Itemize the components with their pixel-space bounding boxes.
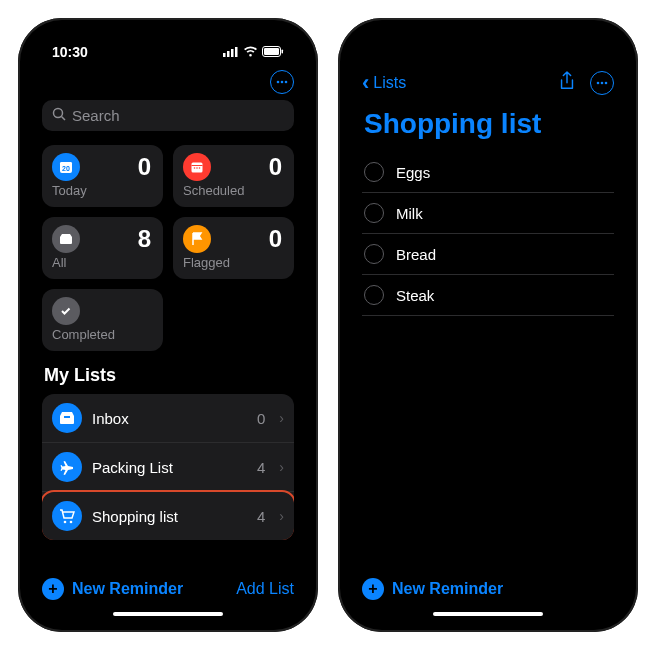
- plus-icon: +: [362, 578, 384, 600]
- more-button[interactable]: [270, 70, 294, 94]
- add-list-button[interactable]: Add List: [236, 580, 294, 598]
- list-item-shopping[interactable]: Shopping list 4 ›: [42, 492, 294, 540]
- svg-rect-3: [235, 47, 238, 57]
- signal-icon: [223, 44, 239, 60]
- list-title: Shopping list: [364, 108, 612, 140]
- card-today[interactable]: 20 0 Today: [42, 145, 163, 207]
- card-all[interactable]: 8 All: [42, 217, 163, 279]
- svg-text:20: 20: [62, 165, 70, 172]
- list-count: 4: [257, 508, 265, 525]
- phone-left: 10:30: [18, 18, 318, 632]
- search-icon: [52, 107, 66, 124]
- plus-icon: +: [42, 578, 64, 600]
- svg-line-11: [62, 117, 66, 121]
- checkmark-icon: [52, 297, 80, 325]
- screen-right: ‹ Lists Shopping list Eggs: [348, 28, 628, 622]
- share-button[interactable]: [558, 71, 576, 95]
- reminder-label: Milk: [396, 205, 423, 222]
- calendar-icon: [183, 153, 211, 181]
- list-item-inbox[interactable]: Inbox 0 ›: [42, 394, 294, 443]
- card-completed-label: Completed: [52, 327, 151, 342]
- status-time: 10:30: [52, 44, 88, 60]
- new-reminder-label: New Reminder: [392, 580, 503, 598]
- card-scheduled[interactable]: 0 Scheduled: [173, 145, 294, 207]
- svg-rect-6: [282, 50, 284, 54]
- checkbox[interactable]: [364, 244, 384, 264]
- list-label: Inbox: [92, 410, 247, 427]
- screen-left: 10:30: [28, 28, 308, 622]
- card-scheduled-count: 0: [269, 153, 282, 181]
- svg-rect-0: [223, 53, 226, 57]
- new-reminder-label: New Reminder: [72, 580, 183, 598]
- reminder-item[interactable]: Bread: [362, 234, 614, 275]
- card-all-label: All: [52, 255, 151, 270]
- bottom-bar: + New Reminder: [362, 578, 614, 600]
- svg-point-7: [277, 81, 280, 84]
- checkbox[interactable]: [364, 203, 384, 223]
- content-left: Search 20 0 Today: [28, 68, 308, 622]
- card-flagged[interactable]: 0 Flagged: [173, 217, 294, 279]
- checkbox[interactable]: [364, 285, 384, 305]
- svg-rect-2: [231, 49, 234, 57]
- bottom-bar: + New Reminder Add List: [42, 578, 294, 600]
- more-button[interactable]: [590, 71, 614, 95]
- card-all-count: 8: [138, 225, 151, 253]
- notch: [113, 28, 223, 54]
- svg-rect-5: [264, 48, 279, 55]
- list-count: 4: [257, 459, 265, 476]
- reminder-label: Steak: [396, 287, 434, 304]
- svg-point-8: [281, 81, 284, 84]
- flag-icon: [183, 225, 211, 253]
- checkbox[interactable]: [364, 162, 384, 182]
- my-lists-title: My Lists: [44, 365, 292, 386]
- phone-right: ‹ Lists Shopping list Eggs: [338, 18, 638, 632]
- svg-rect-1: [227, 51, 230, 57]
- card-flagged-label: Flagged: [183, 255, 282, 270]
- card-today-count: 0: [138, 153, 151, 181]
- new-reminder-button[interactable]: + New Reminder: [362, 578, 503, 600]
- search-placeholder: Search: [72, 107, 120, 124]
- reminder-label: Bread: [396, 246, 436, 263]
- list-count: 0: [257, 410, 265, 427]
- svg-point-21: [70, 520, 73, 523]
- reminder-item[interactable]: Steak: [362, 275, 614, 316]
- card-scheduled-label: Scheduled: [183, 183, 282, 198]
- chevron-right-icon: ›: [279, 459, 284, 475]
- chevron-right-icon: ›: [279, 508, 284, 524]
- svg-point-20: [64, 520, 67, 523]
- reminder-label: Eggs: [396, 164, 430, 181]
- battery-icon: [262, 44, 284, 60]
- list-label: Packing List: [92, 459, 247, 476]
- svg-point-19: [199, 167, 201, 169]
- nav-bar: ‹ Lists: [362, 68, 614, 102]
- svg-point-18: [196, 167, 198, 169]
- reminder-item[interactable]: Eggs: [362, 152, 614, 193]
- calendar-today-icon: 20: [52, 153, 80, 181]
- list-label: Shopping list: [92, 508, 247, 525]
- home-indicator[interactable]: [433, 612, 543, 616]
- card-completed[interactable]: Completed: [42, 289, 163, 351]
- home-indicator[interactable]: [113, 612, 223, 616]
- svg-point-17: [194, 167, 196, 169]
- reminders-list: Eggs Milk Bread Steak: [362, 152, 614, 316]
- search-input[interactable]: Search: [42, 100, 294, 131]
- notch: [433, 28, 543, 54]
- tray-icon: [52, 225, 80, 253]
- cart-icon: [52, 501, 82, 531]
- chevron-left-icon: ‹: [362, 70, 369, 96]
- svg-point-23: [601, 82, 604, 85]
- status-icons: [223, 44, 284, 60]
- svg-point-22: [597, 82, 600, 85]
- header-row: [42, 68, 294, 100]
- list-item-packing[interactable]: Packing List 4 ›: [42, 443, 294, 492]
- back-button[interactable]: ‹ Lists: [362, 70, 406, 96]
- content-right: ‹ Lists Shopping list Eggs: [348, 68, 628, 622]
- airplane-icon: [52, 452, 82, 482]
- back-label: Lists: [373, 74, 406, 92]
- my-lists: Inbox 0 › Packing List 4 › Shopp: [42, 394, 294, 540]
- reminder-item[interactable]: Milk: [362, 193, 614, 234]
- card-today-label: Today: [52, 183, 151, 198]
- new-reminder-button[interactable]: + New Reminder: [42, 578, 183, 600]
- wifi-icon: [243, 44, 258, 60]
- card-flagged-count: 0: [269, 225, 282, 253]
